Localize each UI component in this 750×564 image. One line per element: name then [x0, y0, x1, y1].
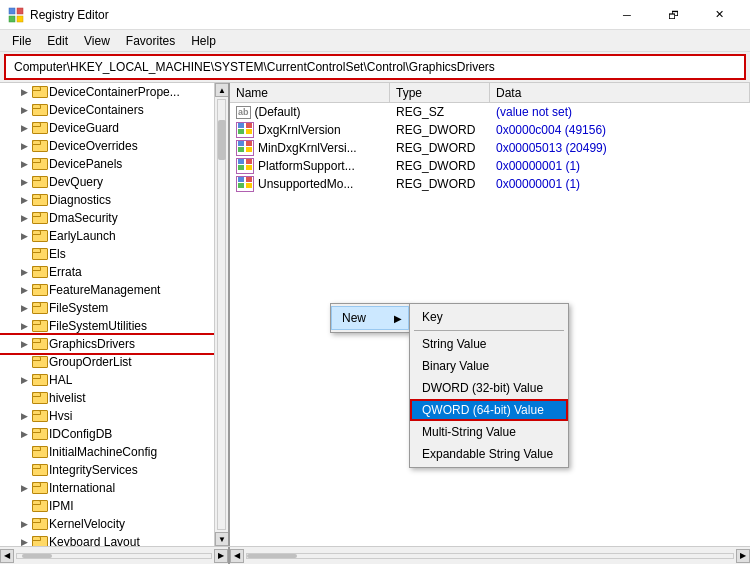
minimize-button[interactable]: ─ [604, 0, 650, 30]
tree-expand-icon[interactable]: ▶ [18, 374, 30, 386]
tree-item-FileSystem[interactable]: ▶FileSystem [0, 299, 228, 317]
tree-expand-icon[interactable] [18, 392, 30, 404]
tree-item-HAL[interactable]: ▶HAL [0, 371, 228, 389]
list-row[interactable]: DxgKrnlVersionREG_DWORD0x0000c004 (49156… [230, 121, 750, 139]
tree-item-International[interactable]: ▶International [0, 479, 228, 497]
tree-expand-icon[interactable]: ▶ [18, 428, 30, 440]
submenu-item-QWORD64bitValue[interactable]: QWORD (64-bit) Value [410, 399, 568, 421]
left-hscroll-right-btn[interactable]: ▶ [214, 549, 228, 563]
tree-expand-icon[interactable] [18, 446, 30, 458]
tree-item-KeyboardLayout[interactable]: ▶Keyboard Layout [0, 533, 228, 546]
tree-expand-icon[interactable]: ▶ [18, 140, 30, 152]
col-header-name[interactable]: Name [230, 83, 390, 102]
tree-item-DeviceContainers[interactable]: ▶DeviceContainers [0, 101, 228, 119]
tree-expand-icon[interactable] [18, 464, 30, 476]
tree-expand-icon[interactable]: ▶ [18, 176, 30, 188]
tree-expand-icon[interactable]: ▶ [18, 320, 30, 332]
tree-expand-icon[interactable]: ▶ [18, 122, 30, 134]
vscroll-up-btn[interactable]: ▲ [215, 83, 229, 97]
tree-item-DeviceOverrides[interactable]: ▶DeviceOverrides [0, 137, 228, 155]
tree-item-IPMI[interactable]: IPMI [0, 497, 228, 515]
tree-expand-icon[interactable]: ▶ [18, 266, 30, 278]
tree-item-DmaSecurity[interactable]: ▶DmaSecurity [0, 209, 228, 227]
right-hscroll-thumb[interactable] [247, 554, 297, 558]
tree-expand-icon[interactable]: ▶ [18, 302, 30, 314]
tree-item-EarlyLaunch[interactable]: ▶EarlyLaunch [0, 227, 228, 245]
svg-rect-2 [9, 16, 15, 22]
tree-item-Els[interactable]: Els [0, 245, 228, 263]
restore-button[interactable]: 🗗 [650, 0, 696, 30]
svg-rect-14 [238, 165, 244, 170]
tree-expand-icon[interactable]: ▶ [18, 284, 30, 296]
tree-item-Errata[interactable]: ▶Errata [0, 263, 228, 281]
tree-item-GroupOrderList[interactable]: GroupOrderList [0, 353, 228, 371]
tree-expand-icon[interactable]: ▶ [18, 482, 30, 494]
tree-item-FeatureManagement[interactable]: ▶FeatureManagement [0, 281, 228, 299]
tree-label: IntegrityServices [49, 463, 138, 477]
tree-expand-icon[interactable] [18, 356, 30, 368]
list-cell-type: REG_DWORD [390, 141, 490, 155]
submenu-item-MultiStringValue[interactable]: Multi-String Value [410, 421, 568, 443]
tree-item-KernelVelocity[interactable]: ▶KernelVelocity [0, 515, 228, 533]
tree-label: InitialMachineConfig [49, 445, 157, 459]
menu-file[interactable]: File [4, 32, 39, 50]
vscroll-thumb[interactable] [218, 120, 226, 160]
tree-item-hivelist[interactable]: hivelist [0, 389, 228, 407]
tree-expand-icon[interactable]: ▶ [18, 518, 30, 530]
folder-icon [32, 212, 46, 224]
tree-expand-icon[interactable]: ▶ [18, 536, 30, 546]
left-hscroll-left-btn[interactable]: ◀ [0, 549, 14, 563]
menu-favorites[interactable]: Favorites [118, 32, 183, 50]
tree-expand-icon[interactable]: ▶ [18, 86, 30, 98]
submenu-item-DWORD32bitValue[interactable]: DWORD (32-bit) Value [410, 377, 568, 399]
menu-view[interactable]: View [76, 32, 118, 50]
svg-rect-7 [246, 129, 252, 134]
tree-expand-icon[interactable]: ▶ [18, 158, 30, 170]
list-header: Name Type Data [230, 83, 750, 103]
tree-expand-icon[interactable]: ▶ [18, 410, 30, 422]
submenu-item-StringValue[interactable]: String Value [410, 333, 568, 355]
list-cell-name-text: DxgKrnlVersion [258, 123, 341, 137]
tree-expand-icon[interactable]: ▶ [18, 212, 30, 224]
tree-item-DevicePanels[interactable]: ▶DevicePanels [0, 155, 228, 173]
list-row[interactable]: ab(Default)REG_SZ(value not set) [230, 103, 750, 121]
menu-help[interactable]: Help [183, 32, 224, 50]
tree-item-GraphicsDrivers[interactable]: ▶GraphicsDrivers [0, 335, 228, 353]
tree-item-InitialMachineConfig[interactable]: InitialMachineConfig [0, 443, 228, 461]
list-row[interactable]: MinDxgKrnlVersi...REG_DWORD0x00005013 (2… [230, 139, 750, 157]
vscroll-track[interactable] [217, 99, 226, 530]
tree-expand-icon[interactable]: ▶ [18, 230, 30, 242]
ctx-new-item[interactable]: New ▶ [331, 306, 409, 330]
tree-label: DeviceContainerPrope... [49, 85, 180, 99]
menu-edit[interactable]: Edit [39, 32, 76, 50]
tree-item-Diagnostics[interactable]: ▶Diagnostics [0, 191, 228, 209]
tree-scroll[interactable]: ▶DeviceContainerPrope...▶DeviceContainer… [0, 83, 228, 546]
tree-item-DeviceContainerPrope[interactable]: ▶DeviceContainerPrope... [0, 83, 228, 101]
tree-expand-icon[interactable] [18, 500, 30, 512]
col-header-data[interactable]: Data [490, 83, 750, 102]
submenu-item-ExpandableStringValue[interactable]: Expandable String Value [410, 443, 568, 465]
tree-item-IDConfigDB[interactable]: ▶IDConfigDB [0, 425, 228, 443]
col-header-type[interactable]: Type [390, 83, 490, 102]
address-bar[interactable]: Computer\HKEY_LOCAL_MACHINE\SYSTEM\Curre… [4, 54, 746, 80]
ctx-arrow-icon: ▶ [394, 313, 402, 324]
tree-expand-icon[interactable]: ▶ [18, 194, 30, 206]
submenu-item-Key[interactable]: Key [410, 306, 568, 328]
right-hscroll-left-btn[interactable]: ◀ [230, 549, 244, 563]
tree-item-FileSystemUtilities[interactable]: ▶FileSystemUtilities [0, 317, 228, 335]
submenu-item-BinaryValue[interactable]: Binary Value [410, 355, 568, 377]
tree-expand-icon[interactable]: ▶ [18, 338, 30, 350]
vscroll-down-btn[interactable]: ▼ [215, 532, 229, 546]
tree-item-IntegrityServices[interactable]: IntegrityServices [0, 461, 228, 479]
list-cell-name-text: MinDxgKrnlVersi... [258, 141, 357, 155]
tree-expand-icon[interactable]: ▶ [18, 104, 30, 116]
list-row[interactable]: UnsupportedMo...REG_DWORD0x00000001 (1) [230, 175, 750, 193]
close-button[interactable]: ✕ [696, 0, 742, 30]
tree-item-DeviceGuard[interactable]: ▶DeviceGuard [0, 119, 228, 137]
tree-expand-icon[interactable] [18, 248, 30, 260]
tree-item-DevQuery[interactable]: ▶DevQuery [0, 173, 228, 191]
right-hscroll-right-btn[interactable]: ▶ [736, 549, 750, 563]
left-hscroll-thumb[interactable] [22, 554, 52, 558]
tree-item-Hvsi[interactable]: ▶Hvsi [0, 407, 228, 425]
list-row[interactable]: PlatformSupport...REG_DWORD0x00000001 (1… [230, 157, 750, 175]
